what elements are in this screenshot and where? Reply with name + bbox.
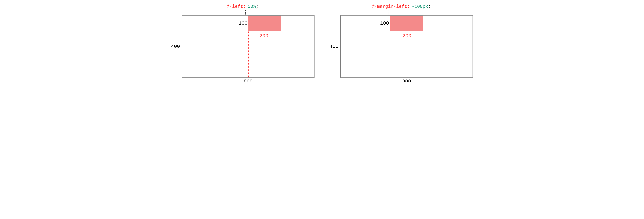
css-colon: : — [407, 4, 410, 9]
css-property: margin-left — [377, 4, 407, 9]
css-positioning-diagram-2: ②margin-left:-100px;400100200800 — [330, 4, 473, 78]
box-width-label: 200 — [260, 33, 268, 39]
container-width-label: 800 — [244, 79, 252, 82]
positioned-box — [390, 16, 423, 31]
container-box: 100200800 — [182, 15, 314, 78]
box-height-label: 100 — [239, 21, 248, 26]
css-colon: : — [243, 4, 246, 9]
diagram-title: ①left:50%; — [227, 4, 258, 9]
step-number: ① — [227, 4, 231, 9]
css-value: 50% — [248, 4, 256, 9]
css-property: left — [232, 4, 243, 9]
box-height-label: 100 — [380, 21, 389, 26]
box-width-label: 200 — [402, 33, 411, 39]
container-height-label: 400 — [330, 44, 338, 49]
step-number: ② — [372, 4, 376, 9]
positioned-box — [248, 16, 281, 31]
box-wrapper: 400100200800 — [171, 15, 314, 78]
diagram-title: ②margin-left:-100px; — [372, 4, 431, 9]
box-wrapper: 400100200800 — [330, 15, 473, 78]
container-box: 100200800 — [340, 15, 473, 78]
container-height-label: 400 — [171, 44, 180, 49]
css-value: -100px — [412, 4, 428, 9]
css-semicolon: ; — [428, 4, 431, 9]
css-positioning-diagram-1: ①left:50%;400100200800 — [171, 4, 314, 78]
container-width-label: 800 — [402, 79, 411, 82]
css-semicolon: ; — [256, 4, 258, 9]
